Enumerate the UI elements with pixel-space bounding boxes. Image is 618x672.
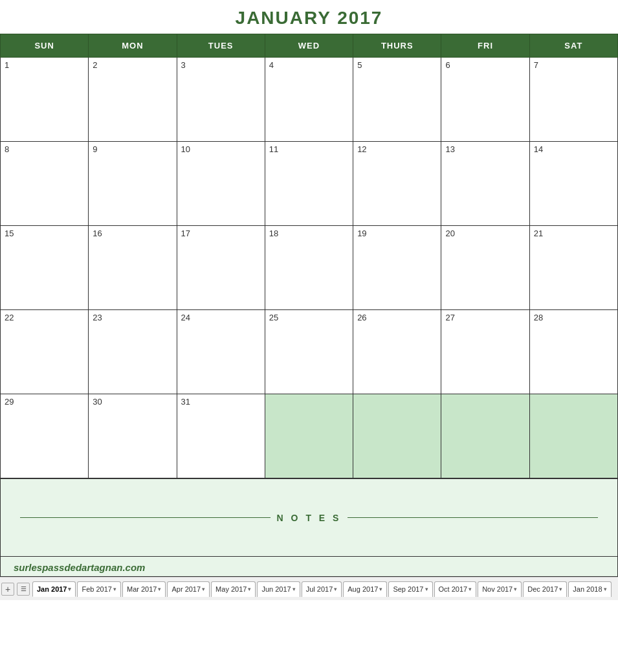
- day-cell[interactable]: 12: [353, 142, 441, 226]
- day-cell[interactable]: [529, 394, 617, 478]
- tab-label: Feb 2017: [82, 585, 111, 593]
- calendar-body: 1234567891011121314151617181920212223242…: [1, 58, 618, 478]
- day-number: 28: [534, 313, 613, 322]
- tab-label: Nov 2017: [482, 585, 513, 593]
- day-cell[interactable]: 29: [1, 394, 89, 478]
- day-cell[interactable]: 25: [265, 310, 353, 394]
- day-cell[interactable]: 1: [1, 58, 89, 142]
- sheet-tab-jan-2018[interactable]: Jan 2018▾: [568, 581, 611, 597]
- sheet-tab-dec-2017[interactable]: Dec 2017▾: [523, 581, 567, 597]
- day-cell[interactable]: [353, 394, 441, 478]
- day-cell[interactable]: [441, 394, 529, 478]
- day-cell[interactable]: 13: [441, 142, 529, 226]
- day-cell[interactable]: [265, 394, 353, 478]
- day-cell[interactable]: 4: [265, 58, 353, 142]
- header-day-mon: MON: [89, 34, 177, 58]
- day-cell[interactable]: 19: [353, 226, 441, 310]
- week-row-2: 891011121314: [1, 142, 618, 226]
- day-cell[interactable]: 26: [353, 310, 441, 394]
- day-cell[interactable]: 22: [1, 310, 89, 394]
- notes-line-left: [20, 517, 270, 518]
- day-number: 11: [269, 144, 349, 154]
- tab-label: Oct 2017: [439, 585, 468, 593]
- sheet-tab-oct-2017[interactable]: Oct 2017▾: [434, 581, 477, 597]
- tab-arrow-icon: ▾: [604, 586, 607, 592]
- sheet-tab-feb-2017[interactable]: Feb 2017▾: [77, 581, 120, 597]
- tab-arrow-icon: ▾: [379, 586, 382, 592]
- sheet-tab-mar-2017[interactable]: Mar 2017▾: [122, 581, 166, 597]
- tab-arrow-icon: ▾: [292, 586, 296, 592]
- tab-label: Dec 2017: [527, 585, 558, 593]
- day-number: 27: [445, 313, 525, 322]
- header-day-thurs: THURS: [353, 34, 441, 58]
- day-cell[interactable]: 17: [177, 226, 265, 310]
- tab-arrow-icon: ▾: [334, 586, 337, 592]
- tab-arrow-icon: ▾: [469, 586, 472, 592]
- day-cell[interactable]: 23: [89, 310, 177, 394]
- day-cell[interactable]: 11: [265, 142, 353, 226]
- tab-arrow-icon: ▾: [113, 586, 116, 592]
- day-number: 16: [93, 229, 172, 238]
- sheet-tab-sep-2017[interactable]: Sep 2017▾: [388, 581, 432, 597]
- sheet-tab-apr-2017[interactable]: Apr 2017▾: [167, 581, 210, 597]
- day-number: 8: [5, 144, 84, 154]
- week-row-5: 293031: [1, 394, 618, 478]
- tab-arrow-icon: ▾: [425, 586, 428, 592]
- day-cell[interactable]: 31: [177, 394, 265, 478]
- day-cell[interactable]: 21: [529, 226, 617, 310]
- day-cell[interactable]: 28: [529, 310, 617, 394]
- day-cell[interactable]: 14: [529, 142, 617, 226]
- day-cell[interactable]: 9: [89, 142, 177, 226]
- notes-row: N O T E S: [1, 479, 618, 557]
- header-day-tues: TUES: [177, 34, 265, 58]
- tab-label: Aug 2017: [348, 585, 378, 593]
- day-cell[interactable]: 10: [177, 142, 265, 226]
- header-day-wed: WED: [265, 34, 353, 58]
- day-number: 22: [5, 313, 84, 322]
- tab-arrow-icon: ▾: [514, 586, 517, 592]
- watermark: surlespassdedartagnan.com: [0, 557, 618, 577]
- sheet-tab-aug-2017[interactable]: Aug 2017▾: [343, 581, 387, 597]
- tab-label: Mar 2017: [127, 585, 157, 593]
- sheet-tab-may-2017[interactable]: May 2017▾: [211, 581, 256, 597]
- day-cell[interactable]: 7: [529, 58, 617, 142]
- sheet-tab-jan-2017[interactable]: Jan 2017▾: [32, 581, 76, 597]
- day-cell[interactable]: 6: [441, 58, 529, 142]
- day-cell[interactable]: 20: [441, 226, 529, 310]
- day-cell[interactable]: 16: [89, 226, 177, 310]
- sheet-tab-nov-2017[interactable]: Nov 2017▾: [478, 581, 522, 597]
- notes-line-right: [348, 517, 598, 518]
- day-cell[interactable]: 8: [1, 142, 89, 226]
- day-cell[interactable]: 30: [89, 394, 177, 478]
- calendar-container: JANUARY 2017 SUNMONTUESWEDTHURSFRISAT 12…: [0, 0, 618, 577]
- day-cell[interactable]: 24: [177, 310, 265, 394]
- week-row-1: 1234567: [1, 58, 618, 142]
- notes-label: N O T E S: [277, 513, 342, 523]
- day-cell[interactable]: 27: [441, 310, 529, 394]
- day-number: 25: [269, 313, 349, 322]
- sheet-tab-jun-2017[interactable]: Jun 2017▾: [257, 581, 300, 597]
- sheet-menu-button[interactable]: ☰: [17, 583, 30, 596]
- day-number: 24: [181, 313, 261, 322]
- day-number: 30: [93, 397, 172, 407]
- day-cell[interactable]: 15: [1, 226, 89, 310]
- day-number: 21: [534, 229, 613, 238]
- day-cell[interactable]: 2: [89, 58, 177, 142]
- day-number: 10: [181, 144, 261, 154]
- day-cell[interactable]: 5: [353, 58, 441, 142]
- day-number: 14: [534, 144, 613, 154]
- day-cell[interactable]: 18: [265, 226, 353, 310]
- sheet-tab-jul-2017[interactable]: Jul 2017▾: [302, 581, 342, 597]
- day-number: 9: [93, 144, 172, 154]
- header-day-sun: SUN: [1, 34, 89, 58]
- day-number: 5: [357, 60, 437, 70]
- bottom-tabs: + ☰ Jan 2017▾Feb 2017▾Mar 2017▾Apr 2017▾…: [0, 577, 618, 600]
- day-number: 13: [445, 144, 525, 154]
- add-sheet-button[interactable]: +: [1, 583, 14, 596]
- watermark-text: surlespassdedartagnan.com: [14, 562, 145, 573]
- calendar-grid: SUNMONTUESWEDTHURSFRISAT 123456789101112…: [0, 34, 618, 478]
- tab-label: Jun 2017: [261, 585, 291, 593]
- week-row-3: 15161718192021: [1, 226, 618, 310]
- day-cell[interactable]: 3: [177, 58, 265, 142]
- calendar-header-row: SUNMONTUESWEDTHURSFRISAT: [1, 34, 618, 58]
